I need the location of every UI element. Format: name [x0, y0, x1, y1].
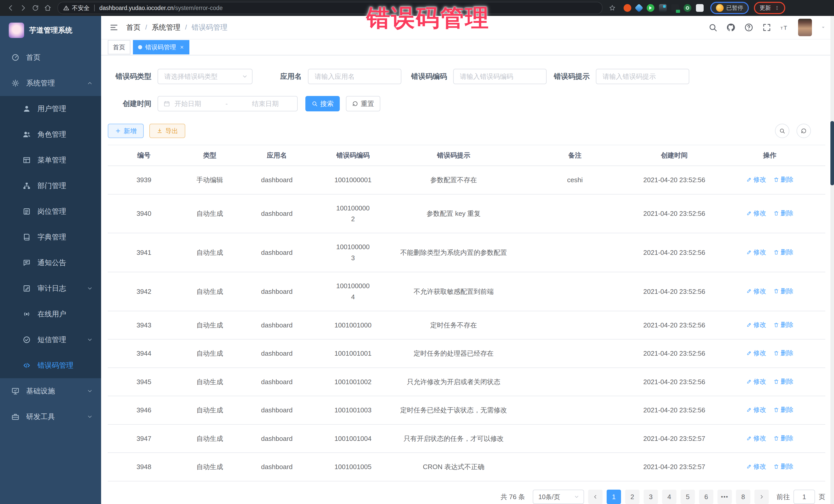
- sidebar-item-notice[interactable]: 通知公告: [0, 250, 101, 276]
- delete-link[interactable]: 删除: [773, 433, 793, 443]
- edit-link[interactable]: 修改: [746, 404, 766, 415]
- reload-icon[interactable]: [30, 2, 41, 14]
- browser-menu-icon[interactable]: [774, 4, 780, 12]
- edit-link[interactable]: 修改: [746, 208, 766, 218]
- sidebar-item-user[interactable]: 用户管理: [0, 96, 101, 122]
- sidebar-item-system[interactable]: 系统管理: [0, 70, 101, 96]
- sidebar-item-infra[interactable]: 基础设施: [0, 378, 101, 404]
- scrollbar-thumb[interactable]: [830, 121, 834, 185]
- hamburger-icon[interactable]: [109, 23, 118, 32]
- tab-item[interactable]: 首页: [108, 40, 130, 54]
- page-1-button[interactable]: 1: [607, 490, 621, 504]
- search-button[interactable]: 搜索: [305, 96, 340, 111]
- cell-id: 3944: [108, 339, 180, 368]
- delete-link[interactable]: 删除: [773, 208, 793, 218]
- tab-active[interactable]: 错误码管理: [133, 40, 190, 54]
- refresh-table-button[interactable]: [796, 124, 811, 138]
- sidebar-item-audit-log[interactable]: 审计日志: [0, 276, 101, 301]
- delete-link[interactable]: 删除: [773, 247, 793, 257]
- edit-link[interactable]: 修改: [746, 320, 766, 330]
- avatar-caret-icon[interactable]: [821, 25, 826, 30]
- bookmark-star-icon[interactable]: [607, 2, 618, 14]
- edit-link[interactable]: 修改: [746, 348, 766, 358]
- browser-update-button[interactable]: 更新: [754, 2, 785, 14]
- delete-link[interactable]: 删除: [773, 320, 793, 330]
- next-page-button[interactable]: [754, 490, 769, 504]
- page-5-button[interactable]: 5: [681, 490, 695, 504]
- page-more-button[interactable]: •••: [718, 490, 732, 504]
- github-icon[interactable]: [726, 23, 736, 32]
- show-search-toggle-button[interactable]: [775, 124, 789, 138]
- sidebar-item-dept[interactable]: 部门管理: [0, 173, 101, 199]
- browser-profile-chip[interactable]: 已暂停: [710, 2, 749, 14]
- page-3-button[interactable]: 3: [643, 490, 658, 504]
- add-button[interactable]: 新增: [108, 124, 144, 138]
- cell-type: 自动生成: [180, 272, 239, 311]
- help-icon[interactable]: [744, 23, 753, 32]
- delete-icon: [773, 211, 779, 216]
- edit-link[interactable]: 修改: [746, 433, 766, 443]
- delete-link[interactable]: 删除: [773, 348, 793, 358]
- delete-link[interactable]: 删除: [773, 376, 793, 387]
- tools-icon: [11, 413, 20, 421]
- sidebar-item-role[interactable]: 角色管理: [0, 122, 101, 147]
- breadcrumb-separator: /: [145, 23, 147, 31]
- page-scrollbar[interactable]: [830, 16, 834, 504]
- extension-orange-circle-icon[interactable]: [623, 4, 631, 12]
- sidebar-item-sms[interactable]: 短信管理: [0, 327, 101, 353]
- user-avatar[interactable]: [798, 19, 812, 36]
- edit-link[interactable]: 修改: [746, 461, 766, 472]
- page-2-button[interactable]: 2: [625, 490, 639, 504]
- error-code-input[interactable]: [454, 69, 546, 84]
- sidebar-item-dev-tools[interactable]: 研发工具: [0, 404, 101, 430]
- chevron-down-icon: [87, 414, 93, 420]
- edit-link[interactable]: 修改: [746, 174, 766, 185]
- sidebar-item-home[interactable]: 首页: [0, 45, 101, 70]
- sidebar-item-error-code[interactable]: 错误码管理: [0, 353, 101, 378]
- error-hint-input[interactable]: [596, 69, 689, 84]
- font-size-icon[interactable]: TT: [780, 23, 789, 32]
- delete-link[interactable]: 删除: [773, 404, 793, 415]
- home-icon[interactable]: [42, 2, 53, 14]
- page-size-select[interactable]: 10条/页: [533, 490, 584, 504]
- app-name-input[interactable]: [308, 69, 401, 84]
- sidebar-item-dict[interactable]: 字典管理: [0, 224, 101, 250]
- delete-link[interactable]: 删除: [773, 174, 793, 185]
- extension-puzzle-icon[interactable]: [696, 4, 704, 12]
- page-4-button[interactable]: 4: [662, 490, 676, 504]
- page-6-button[interactable]: 6: [699, 490, 714, 504]
- error-type-select[interactable]: 请选择错误码类型: [158, 69, 253, 84]
- chevron-down-icon: [574, 494, 579, 500]
- page-8-button[interactable]: 8: [736, 490, 750, 504]
- cell-code: 1001001004: [314, 424, 392, 453]
- extension-green-play-icon[interactable]: [647, 4, 654, 12]
- edit-icon: [746, 322, 752, 328]
- extension-blue-gem-icon[interactable]: [635, 4, 643, 12]
- sidebar-item-menu[interactable]: 菜单管理: [0, 147, 101, 173]
- extension-grid-icon[interactable]: [659, 4, 667, 12]
- extension-green-key-icon[interactable]: [684, 4, 691, 12]
- back-icon[interactable]: [5, 2, 17, 14]
- extension-tab-manager-icon[interactable]: [671, 4, 679, 12]
- export-button[interactable]: 导出: [149, 124, 185, 138]
- close-icon[interactable]: [180, 45, 184, 49]
- cell-note: [515, 311, 634, 339]
- edit-link[interactable]: 修改: [746, 286, 766, 297]
- sidebar-item-post[interactable]: 岗位管理: [0, 199, 101, 224]
- address-bar[interactable]: 不安全 dashboard.yudao.iocoder.cn/system/er…: [58, 2, 602, 14]
- edit-link[interactable]: 修改: [746, 376, 766, 387]
- forward-icon[interactable]: [18, 2, 29, 14]
- breadcrumb-item[interactable]: 首页: [126, 23, 140, 32]
- app-logo[interactable]: 芋道管理系统: [0, 16, 101, 45]
- date-range-picker[interactable]: 开始日期 - 结束日期: [158, 96, 298, 111]
- fullscreen-icon[interactable]: [762, 23, 771, 32]
- prev-page-button[interactable]: [588, 490, 602, 504]
- edit-link[interactable]: 修改: [746, 247, 766, 257]
- breadcrumb-item[interactable]: 系统管理: [152, 23, 180, 32]
- goto-page-input[interactable]: [793, 490, 815, 504]
- header-search-icon[interactable]: [708, 23, 718, 32]
- reset-button[interactable]: 重置: [346, 96, 380, 111]
- delete-link[interactable]: 删除: [773, 461, 793, 472]
- sidebar-item-online-user[interactable]: 在线用户: [0, 301, 101, 327]
- delete-link[interactable]: 删除: [773, 286, 793, 297]
